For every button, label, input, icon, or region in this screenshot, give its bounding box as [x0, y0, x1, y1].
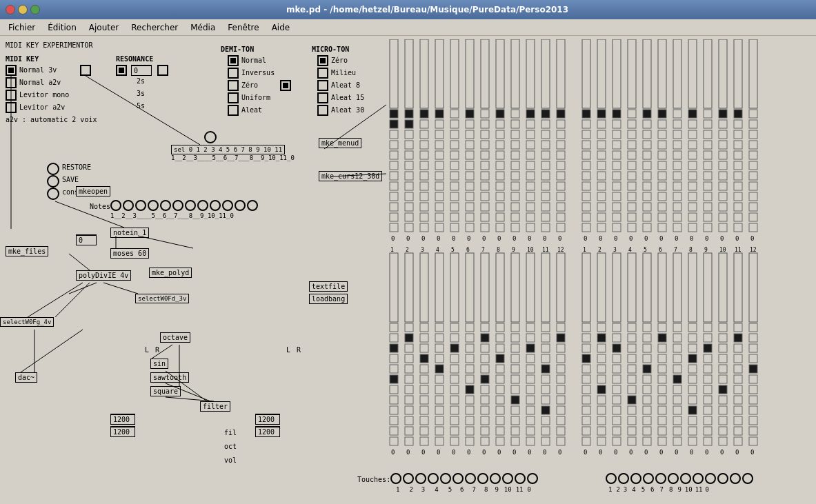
svg-rect-649 — [719, 253, 727, 322]
toggle-demi-zero-r[interactable] — [280, 80, 291, 91]
number-zero[interactable]: 0 — [76, 234, 97, 245]
note-bang-11[interactable] — [247, 200, 258, 211]
number-1200-4[interactable]: 1200 — [255, 426, 280, 437]
note-numbers: 1__2__3____5__6__7___8__9_10_11_0 — [171, 154, 295, 161]
toggle-micro-milieu[interactable] — [317, 68, 328, 79]
window-controls[interactable] — [6, 5, 40, 14]
poly-box[interactable]: polyDivIE 4v — [76, 270, 131, 281]
svg-rect-224 — [613, 192, 621, 201]
toggle-demi-inversus[interactable] — [228, 68, 239, 79]
menu-rechercher[interactable]: Rechercher — [126, 21, 183, 34]
dac-box[interactable]: dac~ — [15, 372, 37, 383]
pd-canvas[interactable]: MIDI KEY EXPERIMENTOR MIDI KEY Normal 3v… — [0, 36, 816, 504]
menu-ajouter[interactable]: Ajouter — [83, 21, 125, 34]
svg-rect-330 — [734, 130, 742, 139]
number-1200-2[interactable]: 1200 — [110, 426, 135, 437]
note-bang-2[interactable] — [135, 200, 146, 211]
toggle-resonance[interactable] — [116, 65, 127, 76]
menu-edition[interactable]: Édition — [42, 21, 82, 34]
selectW0Fd-box[interactable]: selectW0Fd_3v — [135, 294, 189, 303]
svg-rect-95 — [466, 161, 474, 170]
note-bang-7[interactable] — [197, 200, 208, 211]
note-bang-4[interactable] — [160, 200, 171, 211]
mkeopen-box[interactable]: mkeopen — [76, 186, 110, 196]
label-normal-a2v: Normal a2v — [19, 79, 61, 86]
svg-text:0: 0 — [599, 449, 602, 456]
svg-rect-43 — [405, 203, 413, 211]
svg-text:7: 7 — [674, 247, 677, 253]
bang-console[interactable] — [47, 188, 59, 200]
toggle-demi-aleat[interactable] — [228, 105, 239, 116]
number-resonance-0[interactable]: 0 — [131, 65, 152, 76]
number-1200-3[interactable]: 1200 — [255, 414, 280, 425]
svg-rect-418 — [450, 385, 459, 394]
sel-top-box[interactable]: sel 0 1 2 3 4 5 6 7 8 9 10 11 — [171, 145, 285, 154]
menu-fenetre[interactable]: Fenêtre — [222, 21, 264, 34]
bang-save[interactable] — [47, 175, 59, 188]
notein-box[interactable]: notein 1 — [110, 228, 149, 238]
menu-aide[interactable]: Aide — [266, 21, 296, 34]
toggle-normal-3v-2[interactable] — [80, 65, 91, 76]
note-bang-0[interactable] — [110, 200, 121, 211]
moses-box[interactable]: moses 60 — [110, 248, 149, 259]
note-bang-9[interactable] — [222, 200, 233, 211]
note-bang-8[interactable] — [210, 200, 221, 211]
svg-rect-391 — [420, 396, 428, 404]
menu-fichier[interactable]: Fichier — [3, 21, 41, 34]
sawtooth-box[interactable]: sawtooth — [150, 372, 189, 383]
toggle-demi-zero[interactable] — [228, 80, 239, 91]
toggle-normal-a2v[interactable] — [6, 77, 17, 88]
vol-label: vol — [224, 456, 237, 464]
mke-files-box[interactable]: mke_files — [6, 246, 48, 256]
filter-box[interactable]: filter — [200, 401, 230, 412]
loadbang-box[interactable]: loadbang — [309, 294, 348, 304]
svg-rect-55 — [420, 182, 428, 190]
svg-rect-555 — [613, 354, 621, 363]
close-button[interactable] — [6, 5, 15, 14]
toggle-micro-zero[interactable] — [317, 55, 328, 66]
svg-rect-595 — [658, 334, 666, 342]
svg-rect-261 — [658, 141, 666, 149]
svg-rect-230 — [628, 110, 636, 118]
toggle-demi-normal[interactable] — [228, 55, 239, 66]
toggle-normal-3v[interactable] — [6, 65, 17, 76]
svg-rect-169 — [541, 203, 550, 211]
mke-menud-box[interactable]: mke_menud — [319, 138, 361, 148]
toggle-levitor-a2v[interactable] — [6, 102, 17, 113]
svg-rect-574 — [628, 406, 636, 414]
mke-polyd-box[interactable]: mke_polyd — [149, 268, 192, 278]
selectW0Fg-box[interactable]: selectW0Fg_4v — [0, 317, 54, 327]
toggle-micro-aleat15[interactable] — [317, 92, 328, 103]
toggle-micro-aleat30[interactable] — [317, 105, 328, 116]
octave-box[interactable]: octave — [160, 332, 190, 343]
menu-media[interactable]: Média — [185, 21, 221, 34]
note-bang-6[interactable] — [185, 200, 196, 211]
bang-restore[interactable] — [47, 163, 59, 175]
number-1200-1[interactable]: 1200 — [110, 414, 135, 425]
svg-line-1 — [86, 76, 200, 145]
svg-rect-177 — [557, 141, 565, 149]
toggle-resonance-2[interactable] — [157, 65, 168, 76]
minimize-button[interactable] — [18, 5, 28, 14]
toggle-levitor-mono[interactable] — [6, 90, 17, 101]
mke-curs12-30d-box[interactable]: mke_curs12_30d — [319, 171, 382, 181]
svg-rect-237 — [628, 182, 636, 190]
note-bang-3[interactable] — [148, 200, 159, 211]
maximize-button[interactable] — [30, 5, 40, 14]
toggle-micro-aleat8[interactable] — [317, 80, 328, 91]
toggle-demi-uniform[interactable] — [228, 92, 239, 103]
note-bang-10[interactable] — [235, 200, 246, 211]
textfile-box[interactable]: textfile — [309, 281, 348, 292]
res-2s: 2s — [137, 77, 145, 85]
square-box[interactable]: square — [150, 386, 181, 396]
note-bang-1[interactable] — [123, 200, 134, 211]
svg-rect-153 — [526, 182, 535, 190]
bang-center[interactable] — [204, 131, 217, 143]
svg-text:12: 12 — [750, 247, 757, 253]
svg-rect-641 — [704, 375, 712, 383]
svg-rect-198 — [582, 213, 590, 221]
sin-box[interactable]: sin — [150, 359, 168, 369]
svg-text:10: 10 — [527, 247, 534, 253]
note-bang-5[interactable] — [172, 200, 183, 211]
svg-rect-577 — [628, 437, 636, 445]
